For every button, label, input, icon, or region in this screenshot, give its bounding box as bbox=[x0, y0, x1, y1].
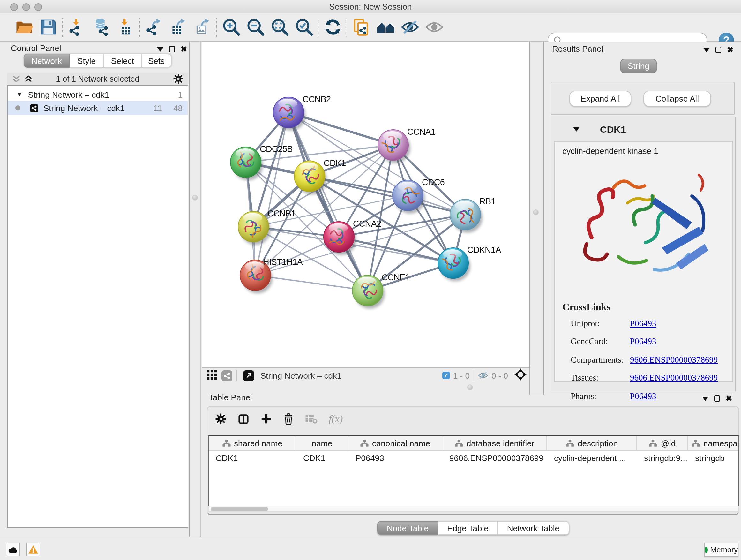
results-tab-string[interactable]: String bbox=[620, 59, 657, 73]
collection-expand-icon[interactable]: ▼ bbox=[17, 91, 22, 98]
node-label-CCNE1: CCNE1 bbox=[382, 273, 410, 282]
selected-count: 1 - 0 bbox=[453, 371, 470, 380]
crosslink-link[interactable]: P06493 bbox=[630, 336, 657, 347]
network-node-CDK1[interactable] bbox=[294, 161, 327, 194]
maximize-panel-icon[interactable] bbox=[714, 395, 720, 401]
network-node-CDC25B[interactable] bbox=[230, 147, 263, 180]
table-panel-window-icons: ✖ bbox=[702, 395, 732, 401]
maximize-panel-icon[interactable] bbox=[169, 46, 175, 52]
export-network-button[interactable] bbox=[142, 16, 166, 39]
table-options-gear-icon[interactable] bbox=[215, 413, 226, 425]
table-horizontal-scrollbar[interactable] bbox=[208, 506, 739, 512]
close-panel-icon[interactable]: ✖ bbox=[181, 46, 187, 52]
results-panel-window-icons: ✖ bbox=[703, 47, 733, 53]
gene-details: cyclin-dependent kinase 1 bbox=[554, 141, 733, 382]
close-panel-icon[interactable]: ✖ bbox=[726, 395, 732, 401]
tab-style[interactable]: Style bbox=[70, 54, 104, 68]
home-networks-button[interactable] bbox=[374, 16, 398, 39]
memory-status-dot bbox=[704, 547, 708, 553]
network-node-RB1[interactable] bbox=[450, 199, 482, 233]
zoom-selected-button[interactable] bbox=[292, 16, 316, 39]
import-network-from-database-button[interactable] bbox=[89, 16, 113, 39]
tab-select[interactable]: Select bbox=[104, 54, 142, 68]
close-panel-icon[interactable]: ✖ bbox=[727, 47, 733, 53]
cloud-status-button[interactable] bbox=[6, 543, 20, 556]
import-network-button[interactable] bbox=[64, 16, 89, 39]
network-row-selected[interactable]: String Network – cdk1 11 48 bbox=[8, 101, 188, 115]
column-type-icon bbox=[691, 439, 700, 447]
column-header-shared-name[interactable]: shared name bbox=[209, 436, 296, 450]
pan-move-icon[interactable] bbox=[515, 368, 527, 382]
network-collection-row[interactable]: ▼ String Network – cdk1 1 bbox=[8, 88, 188, 101]
network-canvas[interactable]: CCNB2CCNA1CDC25BCDK1CDC6RB1CCNB1CCNA2CDK… bbox=[202, 42, 529, 367]
cell-name: CDK1 bbox=[296, 451, 348, 465]
node-label-RB1: RB1 bbox=[479, 197, 495, 206]
column-header-name[interactable]: name bbox=[296, 436, 348, 450]
tab-network-table[interactable]: Network Table bbox=[498, 521, 569, 535]
zoom-in-button[interactable] bbox=[219, 16, 243, 39]
tab-network[interactable]: Network bbox=[23, 54, 70, 68]
import-table-button[interactable] bbox=[113, 16, 137, 39]
cell-shared-name: CDK1 bbox=[209, 451, 296, 465]
right-splitter[interactable] bbox=[529, 42, 543, 395]
network-node-CCNA2[interactable] bbox=[324, 222, 356, 255]
float-panel-icon[interactable] bbox=[157, 47, 163, 51]
network-share-icon[interactable] bbox=[221, 370, 232, 381]
open-session-button[interactable] bbox=[11, 16, 36, 39]
gene-section-header[interactable]: CDK1 bbox=[551, 118, 735, 140]
column-header-namespac[interactable]: namespac bbox=[688, 436, 739, 450]
column-header-description[interactable]: description bbox=[547, 436, 637, 450]
table-panel-box: f(x) shared namenamecanonical namedataba… bbox=[207, 406, 739, 515]
cell-database-identifier: 9606.ENSP00000378699 bbox=[442, 451, 547, 465]
add-column-icon[interactable] bbox=[260, 413, 272, 425]
export-table-button[interactable] bbox=[166, 16, 190, 39]
column-header-database-identifier[interactable]: database identifier bbox=[442, 436, 547, 450]
crosslink-link[interactable]: 9606.ENSP00000378699 bbox=[630, 373, 718, 383]
node-table[interactable]: shared namenamecanonical namedatabase id… bbox=[208, 435, 739, 507]
network-node-CDKN1A[interactable] bbox=[438, 248, 470, 281]
refresh-button[interactable] bbox=[320, 16, 345, 39]
selected-checkbox-icon[interactable]: ✓ bbox=[442, 372, 450, 379]
hide-unhide-button[interactable] bbox=[398, 16, 422, 39]
network-edge-count: 48 bbox=[173, 103, 183, 113]
show-columns-icon[interactable] bbox=[238, 413, 250, 425]
column-header-canonical-name[interactable]: canonical name bbox=[348, 436, 442, 450]
float-panel-icon[interactable] bbox=[702, 396, 709, 401]
network-node-CDC6[interactable] bbox=[393, 180, 425, 213]
zoom-out-button[interactable] bbox=[243, 16, 267, 39]
table-row[interactable]: CDK1CDK1P064939606.ENSP00000378699cyclin… bbox=[209, 451, 738, 465]
tab-edge-table[interactable]: Edge Table bbox=[438, 521, 498, 535]
birdseye-grid-icon[interactable] bbox=[207, 369, 217, 381]
show-eye-button[interactable] bbox=[422, 16, 446, 39]
tab-sets[interactable]: Sets bbox=[142, 54, 172, 68]
tab-node-table[interactable]: Node Table bbox=[377, 521, 438, 535]
title-bar[interactable]: Session: New Session bbox=[0, 0, 741, 13]
copy-network-button[interactable] bbox=[349, 16, 374, 39]
export-image-button[interactable] bbox=[190, 16, 214, 39]
zoom-fit-button[interactable] bbox=[267, 16, 292, 39]
node-label-CCNA2: CCNA2 bbox=[353, 219, 381, 229]
results-panel: Results Panel ✖ String Expand All Collap… bbox=[543, 42, 741, 395]
maximize-panel-icon[interactable] bbox=[716, 47, 721, 53]
collapse-all-button[interactable]: Collapse All bbox=[643, 91, 711, 107]
expand-all-button[interactable]: Expand All bbox=[569, 91, 631, 107]
delete-table-icon-disabled bbox=[305, 414, 318, 424]
crosslink-link[interactable]: 9606.ENSP00000378699 bbox=[630, 355, 718, 365]
float-panel-icon[interactable] bbox=[703, 48, 710, 52]
delete-column-icon[interactable] bbox=[283, 413, 294, 425]
section-expand-icon[interactable] bbox=[573, 127, 580, 131]
memory-button[interactable]: Memory bbox=[704, 543, 738, 557]
protein-structure-image bbox=[574, 161, 718, 292]
crosslinks-title: CrossLinks bbox=[562, 301, 610, 313]
window-title: Session: New Session bbox=[0, 2, 741, 11]
node-label-HIST1H1A: HIST1H1A bbox=[263, 257, 303, 267]
open-in-new-icon[interactable] bbox=[243, 370, 254, 381]
crosslink-link[interactable]: P06493 bbox=[630, 318, 657, 328]
gene-name: CDK1 bbox=[600, 124, 626, 134]
warning-status-button[interactable] bbox=[26, 543, 40, 556]
network-options-gear-icon[interactable] bbox=[173, 73, 184, 84]
horizontal-splitter-handle[interactable] bbox=[467, 384, 473, 390]
network-node-CCNA1[interactable] bbox=[378, 130, 410, 163]
save-session-button[interactable] bbox=[36, 16, 60, 39]
column-header--id[interactable]: @id bbox=[637, 436, 688, 450]
